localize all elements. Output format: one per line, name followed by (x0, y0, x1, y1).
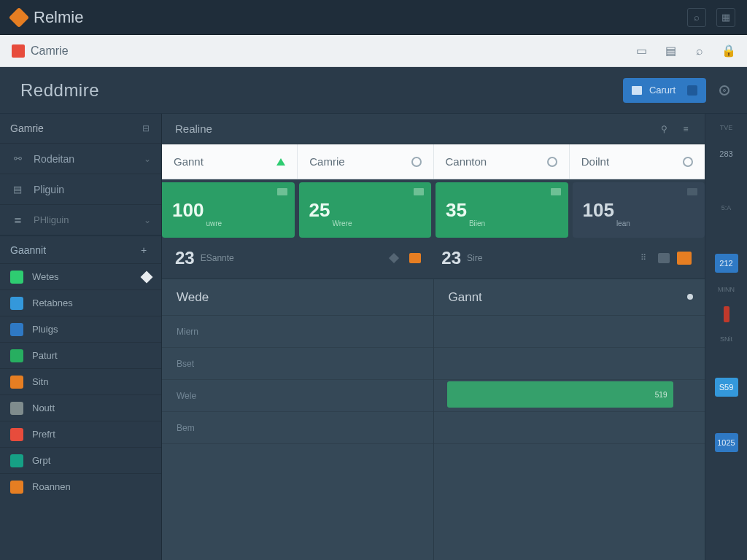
sidebar-section1-label: Gamrie (10, 122, 44, 134)
sidebar-list-sitn[interactable]: Sitn (0, 368, 161, 394)
plus-icon[interactable]: + (141, 245, 151, 255)
sidebar-section2-label: Gaannit (10, 244, 46, 256)
gear-icon[interactable] (719, 85, 729, 96)
sidebar-list-grpt[interactable]: Grpt (0, 447, 161, 473)
row-miern[interactable]: Miern (162, 316, 433, 348)
sidebar-list-retabnes[interactable]: Retabnes (0, 289, 161, 316)
stat-value: 100 (172, 199, 204, 222)
sidebar-item-phliguin[interactable]: ≣ PHliguin ⌄ (0, 204, 161, 235)
grid-icon[interactable]: ▦ (716, 8, 735, 27)
lower-right-head: Gannt (434, 279, 705, 316)
mid-left-label: ESannte (201, 253, 234, 263)
tab-label: Doilnt (581, 155, 609, 168)
sidebar-list-wetes[interactable]: Wetes (0, 263, 161, 289)
collapse-icon[interactable]: ⊟ (141, 123, 151, 133)
sidebar-item-label: Rodeitan (34, 153, 74, 165)
sidebar-item-rodeitan[interactable]: ⚯ Rodeitan ⌄ (0, 143, 161, 174)
search-icon-2[interactable]: ⌕ (693, 44, 706, 58)
stat-card-2[interactable]: 25 Wrere (299, 182, 432, 238)
triangle-icon (276, 158, 285, 166)
circle-icon (547, 157, 557, 167)
topbar-icons: ⌕ ▦ (687, 8, 735, 27)
sidebar-list-prefrt[interactable]: Prefrt (0, 421, 161, 447)
gantt-bar-1[interactable]: 519 (447, 381, 673, 408)
tab-doilnt[interactable]: Doilnt (570, 144, 705, 179)
sidebar-list-noutt[interactable]: Noutt (0, 394, 161, 421)
circle-icon (411, 157, 422, 167)
primary-action-button[interactable]: Carurt (623, 78, 706, 103)
rail-badge-1[interactable]: 212 (715, 254, 738, 273)
list-item-label: Roannen (32, 481, 71, 492)
primary-action-label: Carurt (649, 85, 676, 96)
dots-icon[interactable]: ⠿ (640, 253, 651, 263)
tab-gannt[interactable]: Gannt (162, 144, 298, 179)
lock-icon[interactable]: 🔒 (722, 44, 735, 58)
people-icon[interactable]: ⚲ (658, 123, 670, 135)
stat-cards: 100 uwre 25 Wrere 35 Biien 105 lean (162, 179, 705, 238)
square-icon (10, 481, 23, 494)
list-item-label: Wetes (32, 271, 59, 282)
rail-item-snit[interactable]: SNit (715, 330, 738, 349)
square-icon (10, 349, 23, 362)
sidebar-item-label: Pliguin (34, 184, 64, 195)
list-icon[interactable] (658, 253, 670, 263)
card-icon[interactable]: ▭ (635, 44, 648, 58)
stat-card-4[interactable]: 105 lean (573, 182, 705, 238)
row-label: Bset (177, 359, 194, 369)
dot-icon (687, 294, 693, 300)
highlight-icon[interactable] (677, 252, 692, 265)
sidebar-list-roannen[interactable]: Roannen (0, 473, 161, 499)
top-bar: Relmie ⌕ ▦ (0, 0, 747, 35)
tab-label: Camrie (31, 44, 69, 58)
brand: Relmie (12, 8, 83, 27)
sidebar-section2-head[interactable]: Gaannit + (0, 236, 161, 263)
card-icon (687, 188, 697, 195)
rail-item-283[interactable]: 283 (715, 144, 738, 163)
row-bem[interactable]: Bem (162, 412, 433, 444)
stat-unit: Biien (469, 219, 485, 228)
stat-card-3[interactable]: 35 Biien (436, 182, 568, 238)
tab-active[interactable]: Camrie (12, 44, 69, 58)
square-icon (10, 402, 23, 415)
tab-label: Cannton (446, 155, 487, 168)
stat-value: 25 (309, 199, 330, 222)
list-item-label: Prefrt (32, 429, 55, 440)
row-bset[interactable]: Bset (162, 348, 433, 380)
list-item-label: Noutt (32, 402, 55, 413)
rail-red-bar (724, 306, 729, 322)
lower-left-col: Wede Miern Bset Wele Bem (162, 279, 433, 560)
link-icon: ⚯ (10, 153, 25, 165)
page-title: Reddmire (20, 80, 99, 101)
mid-stats-row: 23 ESannte 23 Sire ⠿ (162, 238, 705, 279)
card-icon (551, 188, 561, 195)
rail-item-minn[interactable]: MINN (715, 280, 738, 299)
rail-item-tve[interactable]: TVE (715, 118, 738, 137)
rail-item-5a[interactable]: 5:A (715, 198, 738, 217)
list-item-label: Sitn (32, 376, 48, 387)
square-icon (10, 271, 23, 284)
rail-badge-2[interactable]: S59 (715, 378, 738, 397)
menu-icon[interactable]: ≡ (680, 123, 692, 135)
rail-item-last[interactable]: 1025 (715, 433, 738, 452)
stat-card-1[interactable]: 100 uwre (162, 182, 295, 238)
brand-label: Relmie (34, 8, 83, 27)
title-row: Reddmire Carurt (0, 67, 747, 114)
square-icon (10, 323, 23, 336)
tab-bar: Camrie ▭ ▤ ⌕ 🔒 (0, 35, 747, 67)
square-icon (10, 428, 23, 441)
right-rail: TVE 283 5:A 212 MINN SNit S59 1025 (705, 114, 747, 560)
note-icon[interactable]: ▤ (664, 44, 677, 58)
tab-camrie[interactable]: Camrie (298, 144, 433, 179)
gantt-row-4 (434, 412, 705, 444)
mid-right-label: Sire (467, 253, 482, 263)
sidebar-item-pliguin[interactable]: ▤ Pliguin (0, 174, 161, 204)
row-wele[interactable]: Wele (162, 380, 433, 412)
stat-unit: Wrere (332, 219, 352, 228)
search-icon[interactable]: ⌕ (687, 8, 706, 27)
tab-cannton[interactable]: Cannton (434, 144, 570, 179)
square-icon (10, 297, 23, 310)
sidebar-section1-head[interactable]: Gamrie ⊟ (0, 114, 161, 143)
sidebar-list-paturt[interactable]: Paturt (0, 342, 161, 368)
brand-icon (9, 7, 29, 27)
sidebar-list-pluigs[interactable]: Pluigs (0, 316, 161, 342)
